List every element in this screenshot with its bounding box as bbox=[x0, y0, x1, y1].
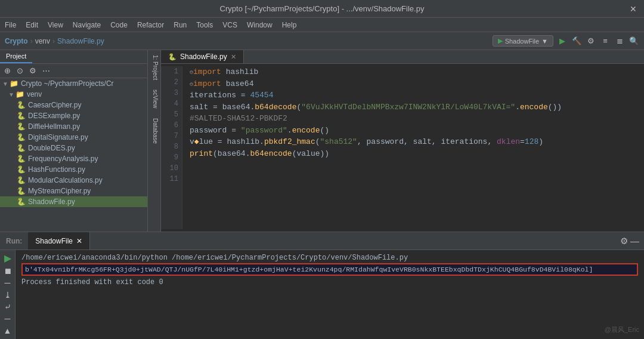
run-settings-icon[interactable]: ⚙ bbox=[620, 236, 628, 246]
tree-item-modularcalculations[interactable]: 🐍 ModularCalculations.py bbox=[0, 175, 160, 186]
breadcrumb: Crypto › venv › ShadowFile.py bbox=[5, 37, 104, 45]
breadcrumb-shadowfile[interactable]: ShadowFile.py bbox=[57, 37, 104, 45]
build-button[interactable]: 🔨 bbox=[571, 36, 582, 47]
tree-item-crypto[interactable]: ▼ 📁 Crypto ~/PycharmProjects/Cr bbox=[0, 78, 160, 89]
code-line-6: #SALTED-SHA512-PBKDF2 bbox=[190, 113, 637, 125]
run-config-button[interactable]: ▶ ShadowFile ▼ bbox=[493, 35, 553, 47]
run-body: ▶ ⏹ ─ ⤓ ⤶ ─ ▲ ▼ ─ 🗑 /home/ericwei/anacon… bbox=[0, 250, 644, 339]
project-panel-label[interactable]: 1: Project bbox=[148, 50, 160, 85]
tree-item-frequencyanalysis[interactable]: 🐍 FrequencyAnalysis.py bbox=[0, 153, 160, 164]
database-panel-label[interactable]: Database bbox=[148, 113, 160, 149]
run-exit-message: Process finished with exit code 0 bbox=[21, 278, 638, 286]
tree-item-doubledes[interactable]: 🐍 DoubleDES.py bbox=[0, 143, 160, 153]
scview-panel-label[interactable]: scView bbox=[148, 85, 160, 113]
run-stop-button[interactable]: ⏹ bbox=[4, 266, 12, 276]
run-scroll-end-button[interactable]: ⤓ bbox=[4, 290, 11, 300]
menu-refactor[interactable]: Refactor bbox=[137, 21, 164, 29]
window-title: Crypto [~/PycharmProjects/Crypto] - .../… bbox=[220, 4, 425, 13]
run-left-toolbar: ▶ ⏹ ─ ⤓ ⤶ ─ ▲ ▼ ─ 🗑 bbox=[0, 250, 16, 339]
code-line-1: ⊖import hashlib bbox=[190, 66, 637, 78]
menu-navigate[interactable]: Navigate bbox=[73, 21, 101, 29]
run-tab-close[interactable]: ✕ bbox=[76, 237, 82, 245]
project-tab[interactable]: Project bbox=[0, 50, 32, 63]
run-rerun-button[interactable]: ▶ bbox=[4, 252, 11, 264]
menu-file[interactable]: File bbox=[5, 21, 16, 29]
run-panel-actions: ⚙ — bbox=[620, 236, 644, 246]
code-line-4: iterations = 45454 bbox=[190, 90, 637, 101]
code-line-11: print(base64.b64encode(value)) bbox=[190, 148, 637, 160]
close-button[interactable]: ✕ bbox=[630, 4, 637, 14]
tab-close-icon[interactable]: ✕ bbox=[231, 53, 236, 61]
menu-tools[interactable]: Tools bbox=[196, 21, 213, 29]
run-separator2: ─ bbox=[5, 314, 11, 323]
run-minimize-icon[interactable]: — bbox=[630, 236, 639, 246]
menu-help[interactable]: Help bbox=[282, 21, 297, 29]
title-bar: Crypto [~/PycharmProjects/Crypto] - .../… bbox=[0, 0, 644, 18]
coverage-button[interactable]: ⚙ bbox=[586, 36, 596, 47]
code-line-8: password = "password".encode() bbox=[190, 125, 637, 137]
menu-run[interactable]: Run bbox=[174, 21, 187, 29]
run-panel: Run: ShadowFile ✕ ⚙ — ▶ ⏹ ─ ⤓ ⤶ ─ ▲ ▼ ─ … bbox=[0, 232, 644, 339]
menu-bar: File Edit View Navigate Code Refactor Ru… bbox=[0, 18, 644, 32]
tree-item-mystreamcipher[interactable]: 🐍 MyStreamCipher.py bbox=[0, 186, 160, 196]
main-layout: Project ⊕ ⊙ ⚙ ⋯ ▼ 📁 Crypto ~/PycharmProj… bbox=[0, 50, 644, 339]
run-label: Run: bbox=[0, 237, 28, 245]
run-config-label: ShadowFile bbox=[505, 38, 539, 45]
sidebar-more-btn[interactable]: ⋯ bbox=[41, 66, 52, 76]
menu-window[interactable]: Window bbox=[247, 21, 273, 29]
run-separator: ─ bbox=[5, 278, 11, 288]
menu-edit[interactable]: Edit bbox=[26, 21, 38, 29]
sidebar-collapse-btn[interactable]: ⊙ bbox=[15, 66, 25, 76]
run-panel-header: Run: ShadowFile ✕ ⚙ — bbox=[0, 232, 644, 250]
tab-label: ShadowFile.py bbox=[180, 53, 227, 61]
tree-item-hashfunctions[interactable]: 🐍 HashFunctions.py bbox=[0, 164, 160, 175]
run-command-line: /home/ericwei/anaconda3/bin/python /home… bbox=[21, 254, 638, 262]
tree-item-desexample[interactable]: 🐍 DESExample.py bbox=[0, 110, 160, 121]
line-numbers: 1 2 3 4 5 6 7 8 9 10 11 bbox=[161, 66, 182, 229]
debug-button[interactable]: ≣ bbox=[614, 36, 625, 47]
nav-bar: Crypto › venv › ShadowFile.py ▶ ShadowFi… bbox=[0, 32, 644, 50]
breadcrumb-crypto[interactable]: Crypto bbox=[5, 37, 28, 45]
run-soft-wrap-button[interactable]: ⤶ bbox=[4, 302, 11, 312]
code-line-5: salt = base64.b64decode("6VuJKkHVTdDelbN… bbox=[190, 101, 637, 113]
tree-item-venv[interactable]: ▼ 📁 venv bbox=[0, 89, 160, 100]
sidebar-toolbar: ⊕ ⊙ ⚙ ⋯ bbox=[0, 64, 160, 78]
side-panel-labels: 1: Project scView Database bbox=[147, 50, 160, 232]
sidebar-tabs: Project bbox=[0, 50, 160, 64]
tree-item-digitalsignature[interactable]: 🐍 DigitalSignature.py bbox=[0, 132, 160, 143]
tab-shadowfile[interactable]: 🐍 ShadowFile.py ✕ bbox=[161, 50, 244, 63]
nav-bar-right: ▶ ShadowFile ▼ ▶ 🔨 ⚙ ≡ ≣ 🔍 bbox=[493, 35, 639, 47]
code-line-2: ⊖import base64 bbox=[190, 78, 637, 90]
watermark: @晨风_Eric bbox=[605, 325, 639, 334]
sidebar-file-tree: ▼ 📁 Crypto ~/PycharmProjects/Cr ▼ 📁 venv… bbox=[0, 78, 160, 232]
sidebar-expand-btn[interactable]: ⊕ bbox=[2, 66, 13, 76]
run-output-highlighted: b'4Tx04vn1bfrMKcg56FR+Q3jd0+jtWAD/QTJ/nU… bbox=[21, 263, 638, 276]
code-editor[interactable]: 1 2 3 4 5 6 7 8 9 10 11 ⊖import hashlib … bbox=[161, 64, 644, 232]
run-up-button[interactable]: ▲ bbox=[4, 326, 12, 335]
run-tab-shadowfile[interactable]: ShadowFile ✕ bbox=[28, 232, 90, 249]
tree-item-shadowfile[interactable]: 🐍 ShadowFile.py bbox=[0, 196, 160, 207]
run-output-content[interactable]: /home/ericwei/anaconda3/bin/python /home… bbox=[16, 250, 644, 339]
run-tab-label: ShadowFile bbox=[35, 237, 73, 245]
breadcrumb-venv[interactable]: venv bbox=[35, 37, 50, 45]
code-content[interactable]: ⊖import hashlib ⊖import base64 iteration… bbox=[182, 66, 644, 229]
run-config-dropdown-icon[interactable]: ▼ bbox=[541, 38, 548, 45]
run-button[interactable]: ▶ bbox=[557, 36, 568, 47]
sidebar-settings-btn[interactable]: ⚙ bbox=[27, 66, 38, 76]
menu-vcs[interactable]: VCS bbox=[222, 21, 237, 29]
tree-item-diffiehellman[interactable]: 🐍 DiffieHellman.py bbox=[0, 121, 160, 132]
project-sidebar: Project ⊕ ⊙ ⚙ ⋯ ▼ 📁 Crypto ~/PycharmProj… bbox=[0, 50, 161, 232]
search-everywhere-button[interactable]: 🔍 bbox=[628, 36, 639, 47]
menu-code[interactable]: Code bbox=[110, 21, 128, 29]
menu-view[interactable]: View bbox=[48, 21, 63, 29]
code-line-10: v◆lue = hashlib.pbkdf2_hmac("sha512", pa… bbox=[190, 136, 637, 148]
editor-area: Project ⊕ ⊙ ⚙ ⋯ ▼ 📁 Crypto ~/PycharmProj… bbox=[0, 50, 644, 232]
profile-button[interactable]: ≡ bbox=[600, 36, 611, 47]
editor-tabs: 🐍 ShadowFile.py ✕ bbox=[161, 50, 644, 64]
tab-py-icon: 🐍 bbox=[168, 53, 177, 61]
editor-pane: 🐍 ShadowFile.py ✕ 1 2 3 4 5 6 7 8 9 10 bbox=[161, 50, 644, 232]
tree-item-caesarcipher[interactable]: 🐍 CaesarCipher.py bbox=[0, 100, 160, 110]
